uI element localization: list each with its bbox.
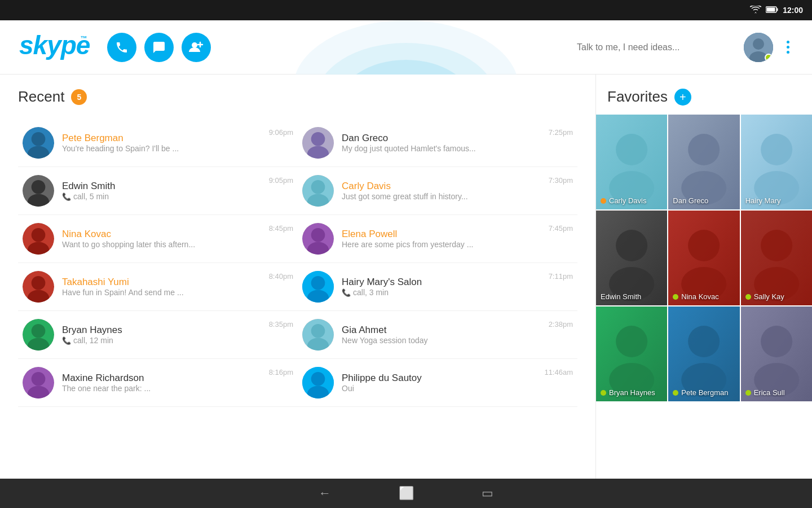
current-user-avatar[interactable] [744, 33, 773, 62]
fav-name-bryan-haynes-fav: Bryan Haynes [601, 388, 665, 397]
contact-preview-nina-kovac: Want to go shopping later this aftern... [62, 240, 264, 249]
svg-point-19 [32, 180, 46, 194]
contact-avatar-takahashi-yumi [23, 271, 54, 303]
contact-item-edwin-smith[interactable]: Edwin Smith 📞call, 5 min 9:05pm [18, 167, 298, 215]
chat-button[interactable] [144, 33, 174, 62]
contact-avatar-dan-greco [302, 127, 334, 159]
contact-name-gia-ahmet: Gia Ahmet [342, 325, 544, 336]
svg-point-16 [311, 132, 325, 146]
svg-point-22 [311, 180, 325, 194]
fav-item-bryan-haynes-fav[interactable]: Bryan Haynes [596, 306, 667, 401]
contact-time-nina-kovac: 8:45pm [269, 224, 293, 233]
contact-name-takahashi-yumi: Takahashi Yumi [62, 277, 264, 288]
contact-info-takahashi-yumi: Takahashi Yumi Have fun in Spain! And se… [62, 277, 264, 297]
contact-name-carly-davis: Carly Davis [342, 181, 544, 192]
more-options-button[interactable] [782, 36, 794, 58]
contact-item-takahashi-yumi[interactable]: Takahashi Yumi Have fun in Spain! And se… [18, 263, 298, 311]
contact-avatar-bryan-haynes [23, 319, 54, 351]
contact-avatar-maxine-richardson [23, 367, 54, 398]
contact-item-hairy-marys-salon[interactable]: Hairy Mary's Salon 📞call, 3 min 7:11pm [298, 263, 577, 311]
contact-time-elena-powell: 7:45pm [549, 224, 573, 233]
contact-item-bryan-haynes[interactable]: Bryan Haynes 📞call, 12 min 8:35pm [18, 311, 298, 359]
svg-point-4 [316, 43, 496, 75]
svg-point-46 [311, 372, 325, 386]
favorites-section: Favorites + Carly Davis [595, 75, 812, 479]
svg-point-67 [616, 326, 647, 357]
contact-preview-gia-ahmet: New Yoga session today [342, 336, 544, 345]
contact-name-nina-kovac: Nina Kovac [62, 229, 264, 240]
fav-item-nina-kovac-fav[interactable]: Nina Kovac [668, 211, 739, 305]
status-bar: 12:00 [0, 0, 812, 20]
recent-title: Recent [18, 88, 64, 106]
fav-name-sally-kay-fav: Sally Kay [745, 292, 810, 301]
contact-preview-takahashi-yumi: Have fun in Spain! And send me ... [62, 288, 264, 297]
svg-rect-1 [777, 8, 778, 11]
contact-time-gia-ahmet: 2:38pm [549, 320, 573, 329]
battery-icon [766, 6, 778, 15]
contact-info-gia-ahmet: Gia Ahmet New Yoga session today [342, 325, 544, 345]
add-favorite-button[interactable]: + [674, 89, 691, 106]
contact-item-pete-bergman[interactable]: Pete Bergman You're heading to Spain? I'… [18, 119, 298, 167]
svg-point-40 [311, 324, 325, 338]
nav-bar: ← ⬜ ▭ [0, 479, 812, 508]
contact-avatar-carly-davis [302, 175, 334, 207]
contact-avatar-hairy-marys-salon [302, 271, 334, 303]
fav-item-carly-davis-fav[interactable]: Carly Davis [596, 115, 667, 209]
contact-name-pete-bergman: Pete Bergman [62, 133, 264, 144]
search-input[interactable] [577, 42, 735, 52]
nav-home-button[interactable]: ⬜ [399, 486, 414, 501]
svg-point-25 [32, 228, 46, 242]
svg-point-34 [311, 276, 325, 290]
contact-time-carly-davis: 7:30pm [549, 176, 573, 185]
svg-point-10 [753, 38, 764, 50]
search-container[interactable] [577, 42, 735, 52]
fav-item-sally-kay-fav[interactable]: Sally Kay [741, 211, 812, 305]
fav-item-edwin-smith-fav[interactable]: Edwin Smith [596, 211, 667, 305]
svg-point-70 [688, 326, 720, 357]
svg-rect-2 [767, 7, 775, 11]
svg-point-8 [192, 42, 197, 48]
fav-item-hairy-mary-fav[interactable]: Hairy Mary [741, 115, 812, 209]
add-contact-button[interactable] [182, 33, 211, 62]
contact-item-maxine-richardson[interactable]: Maxine Richardson The one near the park:… [18, 359, 298, 407]
online-dot-erica-sull-fav [745, 390, 751, 396]
svg-point-3 [293, 20, 519, 75]
contact-item-gia-ahmet[interactable]: Gia Ahmet New Yoga session today 2:38pm [298, 311, 577, 359]
svg-point-31 [32, 276, 46, 290]
fav-item-dan-greco-fav[interactable]: Dan Greco [668, 115, 739, 209]
contact-preview-bryan-haynes: 📞call, 12 min [62, 336, 264, 345]
fav-item-pete-bergman-fav[interactable]: Pete Bergman [668, 306, 739, 401]
contact-avatar-gia-ahmet [302, 319, 334, 351]
recent-section: Recent 5 Pete Bergman You're heading to … [0, 75, 595, 479]
svg-point-58 [616, 230, 647, 261]
nav-back-button[interactable]: ← [319, 486, 331, 501]
header-right [577, 33, 794, 62]
fav-item-erica-sull-fav[interactable]: Erica Sull [741, 306, 812, 401]
contact-info-dan-greco: Dan Greco My dog just quoted Hamlet's fa… [342, 133, 544, 153]
favorites-grid: Carly Davis Dan Greco [596, 115, 812, 401]
contact-preview-carly-davis: Just got some great stuff in history... [342, 192, 544, 201]
contact-name-elena-powell: Elena Powell [342, 229, 544, 240]
contact-preview-pete-bergman: You're heading to Spain? I'll be ... [62, 144, 264, 153]
contact-item-nina-kovac[interactable]: Nina Kovac Want to go shopping later thi… [18, 215, 298, 263]
call-button[interactable] [107, 33, 136, 62]
svg-text:™: ™ [80, 34, 87, 42]
contact-info-carly-davis: Carly Davis Just got some great stuff in… [342, 181, 544, 201]
svg-point-43 [32, 372, 46, 386]
contact-time-edwin-smith: 9:05pm [269, 176, 293, 185]
online-dot-nina-kovac-fav [673, 294, 678, 300]
contact-item-philippe-du-sautoy[interactable]: Philippe du Sautoy Oui 11:46am [298, 359, 577, 407]
fav-name-dan-greco-fav: Dan Greco [673, 196, 737, 205]
favorites-header: Favorites + [596, 88, 812, 106]
contact-time-pete-bergman: 9:06pm [269, 128, 293, 137]
contact-item-elena-powell[interactable]: Elena Powell Here are some pics from yes… [298, 215, 577, 263]
contact-info-pete-bergman: Pete Bergman You're heading to Spain? I'… [62, 133, 264, 153]
nav-recent-button[interactable]: ▭ [482, 486, 493, 501]
contact-info-maxine-richardson: Maxine Richardson The one near the park:… [62, 373, 264, 393]
online-dot-pete-bergman-fav [673, 390, 678, 396]
contact-info-nina-kovac: Nina Kovac Want to go shopping later thi… [62, 229, 264, 249]
contact-item-carly-davis[interactable]: Carly Davis Just got some great stuff in… [298, 167, 577, 215]
recent-section-header: Recent 5 [18, 88, 577, 106]
contact-item-dan-greco[interactable]: Dan Greco My dog just quoted Hamlet's fa… [298, 119, 577, 167]
online-dot-bryan-haynes-fav [601, 390, 606, 396]
